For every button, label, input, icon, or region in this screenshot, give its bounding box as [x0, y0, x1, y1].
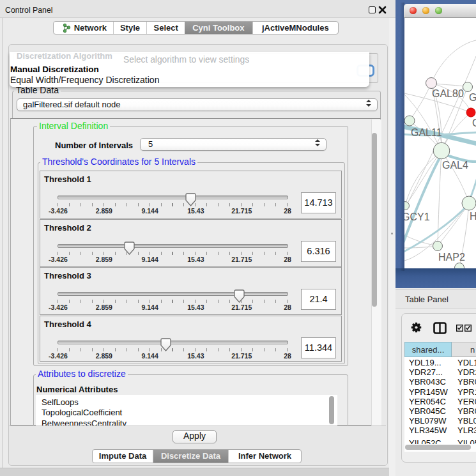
svg-text:HAP2: HAP2 [438, 252, 465, 263]
svg-text:H: H [470, 211, 476, 222]
svg-text:GAL4: GAL4 [442, 160, 468, 171]
svg-text:GCY1: GCY1 [404, 211, 430, 222]
svg-text:C: C [472, 118, 476, 128]
svg-text:GAL80: GAL80 [432, 88, 464, 99]
svg-text:G.: G. [469, 92, 476, 103]
svg-text:GAL11: GAL11 [411, 127, 442, 138]
